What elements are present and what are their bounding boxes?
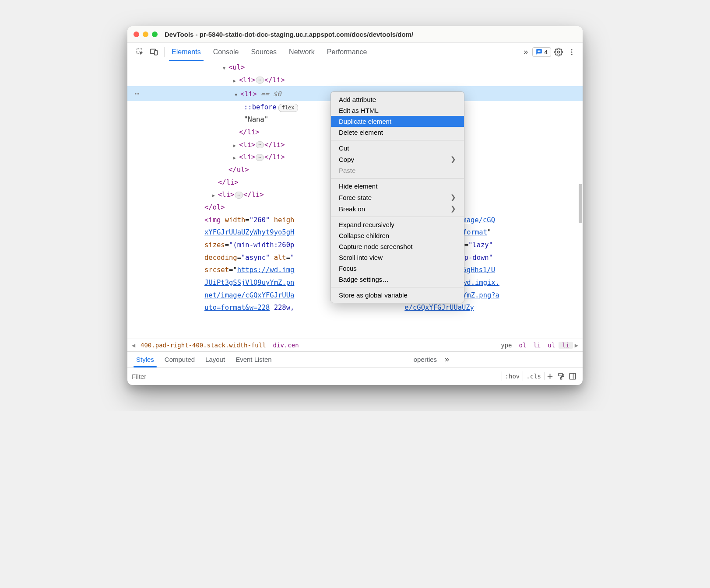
ctx-force-state[interactable]: Force state❯ bbox=[331, 192, 464, 203]
ctx-expand-recursively[interactable]: Expand recursively bbox=[331, 219, 464, 230]
ctx-hide-element[interactable]: Hide element bbox=[331, 181, 464, 192]
dom-node[interactable]: <ul> bbox=[127, 61, 583, 74]
traffic-lights bbox=[134, 32, 158, 37]
maximize-button[interactable] bbox=[152, 32, 158, 37]
tab-network[interactable]: Network bbox=[283, 43, 321, 61]
paint-icon[interactable] bbox=[555, 372, 567, 380]
ctx-cut[interactable]: Cut bbox=[331, 143, 464, 154]
svg-rect-10 bbox=[561, 378, 562, 379]
scrollbar-thumb[interactable] bbox=[579, 184, 582, 223]
ellipsis-icon[interactable]: ⋯ bbox=[256, 141, 264, 148]
breadcrumb-item[interactable]: ol bbox=[516, 342, 530, 349]
breadcrumb-item[interactable]: ype bbox=[497, 342, 515, 349]
separator bbox=[331, 140, 464, 140]
issues-count: 4 bbox=[544, 49, 548, 56]
device-toggle-icon[interactable] bbox=[148, 46, 160, 58]
tab-elements[interactable]: Elements bbox=[165, 43, 207, 61]
breadcrumb-right-icon[interactable]: ▶ bbox=[573, 342, 580, 349]
tab-sources[interactable]: Sources bbox=[245, 43, 283, 61]
chevron-right-icon: ❯ bbox=[450, 193, 456, 201]
subtab-styles[interactable]: Styles bbox=[131, 352, 159, 367]
ctx-scroll-into-view[interactable]: Scroll into view bbox=[331, 252, 464, 263]
separator bbox=[331, 287, 464, 287]
separator bbox=[331, 178, 464, 178]
kebab-icon[interactable] bbox=[566, 46, 577, 58]
flex-badge[interactable]: flex bbox=[278, 104, 298, 112]
tab-console[interactable]: Console bbox=[207, 43, 245, 61]
breadcrumb-left-icon[interactable]: ◀ bbox=[130, 342, 137, 349]
ctx-duplicate-element[interactable]: Duplicate element bbox=[331, 116, 464, 127]
svg-rect-2 bbox=[155, 50, 158, 55]
ellipsis-icon[interactable]: ⋯ bbox=[256, 77, 264, 84]
ellipsis-icon[interactable]: ⋯ bbox=[235, 192, 243, 199]
breadcrumb-item[interactable]: li bbox=[530, 342, 544, 349]
hov-button[interactable]: :hov bbox=[502, 371, 523, 381]
titlebar: DevTools - pr-5840-static-dot-dcc-stagin… bbox=[127, 26, 583, 43]
svg-rect-9 bbox=[559, 373, 562, 376]
ctx-delete-element[interactable]: Delete element bbox=[331, 127, 464, 138]
tab-performance[interactable]: Performance bbox=[321, 43, 373, 61]
breadcrumb-item-selected[interactable]: li bbox=[559, 342, 573, 349]
ctx-break-on[interactable]: Break on❯ bbox=[331, 203, 464, 214]
ctx-paste: Paste bbox=[331, 165, 464, 176]
minimize-button[interactable] bbox=[143, 32, 148, 37]
context-menu: Add attribute Edit as HTML Duplicate ele… bbox=[330, 91, 464, 303]
svg-rect-11 bbox=[569, 373, 576, 379]
svg-point-5 bbox=[571, 51, 573, 52]
chevron-right-icon: ❯ bbox=[450, 205, 456, 213]
svg-point-3 bbox=[558, 51, 560, 53]
more-subtabs-icon[interactable]: » bbox=[445, 355, 449, 364]
ctx-badge-settings[interactable]: Badge settings… bbox=[331, 274, 464, 285]
ctx-store-global[interactable]: Store as global variable bbox=[331, 290, 464, 301]
ctx-copy[interactable]: Copy❯ bbox=[331, 154, 464, 165]
ctx-focus[interactable]: Focus bbox=[331, 263, 464, 274]
issues-badge[interactable]: 4 bbox=[532, 47, 551, 57]
svg-point-4 bbox=[571, 49, 573, 50]
breadcrumb[interactable]: ◀ 400.pad-right-400.stack.width-full div… bbox=[127, 339, 583, 352]
ctx-collapse-children[interactable]: Collapse children bbox=[331, 230, 464, 241]
inspect-icon[interactable] bbox=[134, 46, 146, 58]
svg-point-6 bbox=[571, 53, 573, 55]
subtab-properties[interactable]: operties bbox=[408, 352, 442, 367]
styles-toolbar: :hov .cls bbox=[127, 368, 583, 385]
main-toolbar: Elements Console Sources Network Perform… bbox=[127, 43, 583, 61]
new-style-rule-icon[interactable] bbox=[544, 372, 555, 380]
subtab-layout[interactable]: Layout bbox=[200, 352, 230, 367]
devtools-window: DevTools - pr-5840-static-dot-dcc-stagin… bbox=[127, 26, 583, 385]
scrollbar[interactable] bbox=[579, 61, 582, 339]
filter-input[interactable] bbox=[132, 373, 502, 380]
settings-icon[interactable] bbox=[553, 46, 564, 58]
ctx-add-attribute[interactable]: Add attribute bbox=[331, 94, 464, 105]
separator bbox=[331, 217, 464, 217]
ellipsis-icon[interactable]: ⋯ bbox=[256, 154, 264, 161]
panel-layout-icon[interactable] bbox=[567, 372, 578, 380]
dom-node[interactable]: <li>⋯</li> bbox=[127, 74, 583, 87]
breadcrumb-item[interactable]: ul bbox=[544, 342, 559, 349]
close-button[interactable] bbox=[134, 32, 139, 37]
panel-tabs: Elements Console Sources Network Perform… bbox=[165, 43, 373, 61]
separator bbox=[164, 47, 165, 57]
window-title: DevTools - pr-5840-static-dot-dcc-stagin… bbox=[165, 31, 413, 38]
styles-subtabs: Styles Computed Layout Event Listen oper… bbox=[127, 352, 583, 368]
subtab-event-listeners[interactable]: Event Listen bbox=[230, 352, 277, 367]
ctx-edit-as-html[interactable]: Edit as HTML bbox=[331, 105, 464, 116]
selection-dots-icon: ⋯ bbox=[135, 89, 140, 98]
subtab-computed[interactable]: Computed bbox=[159, 352, 200, 367]
breadcrumb-item[interactable]: div.cen bbox=[270, 342, 302, 349]
more-tabs-icon[interactable]: » bbox=[521, 47, 531, 56]
cls-button[interactable]: .cls bbox=[523, 371, 544, 381]
ctx-capture-screenshot[interactable]: Capture node screenshot bbox=[331, 241, 464, 252]
breadcrumb-item[interactable]: 400.pad-right-400.stack.width-full bbox=[137, 342, 270, 349]
chevron-right-icon: ❯ bbox=[450, 155, 456, 163]
